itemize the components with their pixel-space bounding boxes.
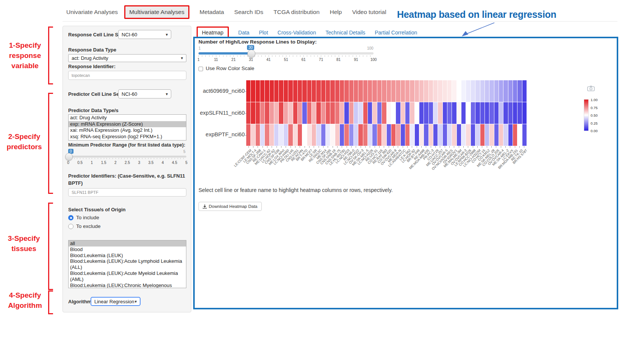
heatmap-cell-expBPTF_nci60-ov-ovcar-8[interactable] bbox=[391, 124, 395, 146]
heatmap-cell-expSLFN11_nci60-lc-nci-h522[interactable] bbox=[354, 102, 358, 124]
heatmap-cell-expSLFN11_nci60-le-sr[interactable] bbox=[312, 102, 316, 124]
heatmap-cell-act609699_nci60-re-caki-1[interactable] bbox=[260, 80, 264, 102]
heatmap-cell-expSLFN11_nci60-le-ccrf-cem[interactable] bbox=[246, 102, 250, 124]
heatmap-cell-act609699_nci60-re-786-0[interactable] bbox=[349, 80, 353, 102]
heatmap-cell-act609699_nci60-le-rpmi-8226[interactable] bbox=[466, 80, 470, 102]
heatmap-cell-expSLFN11_nci60-me-m14[interactable] bbox=[321, 102, 325, 124]
heatmap-cell-act609699_nci60-le-sr[interactable] bbox=[312, 80, 316, 102]
heatmap-cell-expSLFN11_nci60-cns-u251[interactable] bbox=[293, 102, 297, 124]
predictor-data-type-option-exp-mrna-expression-z-score[interactable]: exp: mRNA Expression (Z-Score) bbox=[69, 121, 186, 128]
heatmap-cell-act609699_nci60-re-achn[interactable] bbox=[298, 80, 302, 102]
heatmap-cell-act609699_nci60-le-hl-60-tb[interactable] bbox=[340, 80, 344, 102]
nav-item-univariate-analyses[interactable]: Univariate Analyses bbox=[66, 9, 118, 16]
heatmap-cell-expSLFN11_nci60-lc-hop-62[interactable] bbox=[270, 102, 274, 124]
heatmap-cell-expBPTF_nci60-lc-a549-atcc[interactable] bbox=[401, 124, 405, 146]
heatmap-cell-expSLFN11_nci60-re-a498[interactable] bbox=[419, 102, 424, 124]
heatmap-cell-expSLFN11_nci60-me-sk-mel-5[interactable] bbox=[363, 102, 367, 124]
response-cell-line-set-select[interactable]: NCI-60▾ bbox=[118, 30, 171, 39]
heatmap-cell-act609699_nci60-br-t-47d[interactable] bbox=[302, 80, 306, 102]
heatmap-cell-expSLFN11_nci60-cns-sf-539[interactable] bbox=[274, 102, 278, 124]
heatmap-cell-expBPTF_nci60-co-hct-15[interactable] bbox=[480, 124, 485, 146]
tab-partial-correlation[interactable]: Partial Correlation bbox=[375, 30, 417, 36]
heatmap-cell-act609699_nci60-ov-sk-ov-3[interactable] bbox=[358, 80, 363, 102]
heatmap-cell-expBPTF_nci60-ov-igrov1[interactable] bbox=[452, 124, 456, 146]
lines-slider-handle[interactable] bbox=[247, 50, 255, 58]
heatmap-cell-act609699_nci60-me-sk-mel-5[interactable] bbox=[363, 80, 367, 102]
tab-cross-validation[interactable]: Cross-Validation bbox=[278, 30, 316, 36]
predictor-cell-line-set-select[interactable]: NCI-60▾ bbox=[118, 89, 171, 98]
heatmap-cell-expBPTF_nci60-re-tk-10[interactable] bbox=[517, 124, 522, 146]
heatmap-row-label-expbptf-nci60[interactable]: expBPTF_nci60 bbox=[195, 131, 245, 137]
heatmap-cell-act609699_nci60-pr-du-145[interactable] bbox=[288, 80, 292, 102]
min-predictor-range-slider-handle[interactable] bbox=[65, 153, 73, 161]
heatmap-cell-act609699_nci60-co-sw-620[interactable] bbox=[387, 80, 391, 102]
heatmap-cell-expBPTF_nci60-lc-nci-h522[interactable] bbox=[354, 124, 358, 146]
heatmap-cell-expSLFN11_nci60-le-rpmi-8226[interactable] bbox=[466, 102, 470, 124]
heatmap-cell-expSLFN11_nci60-le-molt-4[interactable] bbox=[251, 102, 255, 124]
heatmap-cell-expBPTF_nci60-lc-nci-h322m[interactable] bbox=[475, 124, 480, 146]
camera-icon[interactable] bbox=[587, 85, 595, 91]
heatmap-cell-act609699_nci60-me-uacc-257[interactable] bbox=[438, 80, 442, 102]
heatmap-cell-expSLFN11_nci60-le-hl-60-tb[interactable] bbox=[340, 102, 344, 124]
heatmap-cell-expBPTF_nci60-le-molt-4[interactable] bbox=[251, 124, 255, 146]
heatmap-cell-act609699_nci60-me-lox-imvi[interactable] bbox=[279, 80, 283, 102]
heatmap-cell-act609699_nci60-le-molt-4[interactable] bbox=[251, 80, 255, 102]
tissue-option-blood-leukemia-leuk-acute-myeloid-leukem[interactable]: Blood:Leukemia (LEUK):Acute Myeloid Leuk… bbox=[69, 270, 186, 282]
heatmap-cell-expBPTF_nci60-ov-nci-adr-res[interactable] bbox=[447, 124, 452, 146]
heatmap-cell-act609699_nci60-re-uo-31[interactable] bbox=[372, 80, 377, 102]
heatmap-cell-expBPTF_nci60-co-hct-116[interactable] bbox=[377, 124, 381, 146]
tissue-listbox[interactable]: allBloodBlood:Leukemia (LEUK)Blood:Leuke… bbox=[68, 240, 186, 288]
tissue-option-all[interactable]: all bbox=[69, 240, 186, 247]
heatmap-cell-expSLFN11_nci60-br-hs-578t[interactable] bbox=[522, 102, 527, 124]
heatmap-cell-act609699_nci60-co-ht29[interactable] bbox=[433, 80, 438, 102]
heatmap-cell-expBPTF_nci60-me-uacc-62[interactable] bbox=[265, 124, 269, 146]
heatmap-cell-expSLFN11_nci60-br-bt-549[interactable] bbox=[415, 102, 419, 124]
heatmap-cell-expBPTF_nci60-me-sk-mel-28[interactable] bbox=[489, 124, 494, 146]
heatmap-cell-expSLFN11_nci60-lc-a549-atcc[interactable] bbox=[401, 102, 405, 124]
tissue-option-blood-leukemia-leuk-acute-lymphoid-leuke[interactable]: Blood:Leukemia (LEUK):Acute Lymphoid Leu… bbox=[69, 258, 186, 270]
heatmap-cell-expSLFN11_nci60-ov-nci-adr-res[interactable] bbox=[447, 102, 452, 124]
heatmap-cell-expBPTF_nci60-cns-u251[interactable] bbox=[293, 124, 297, 146]
tissue-option-blood[interactable]: Blood bbox=[69, 247, 186, 253]
heatmap-cell-expBPTF_nci60-me-sk-mel-2[interactable] bbox=[503, 124, 508, 146]
heatmap-cell-expBPTF_nci60-re-rxf-393[interactable] bbox=[382, 124, 386, 146]
heatmap-cell-expBPTF_nci60-co-colo-205[interactable] bbox=[494, 124, 499, 146]
heatmap-cell-expSLFN11_nci60-cns-sf-268[interactable] bbox=[256, 102, 260, 124]
heatmap-cell-act609699_nci60-me-sk-mel-2[interactable] bbox=[503, 80, 508, 102]
heatmap-cell-expBPTF_nci60-br-hs-578t[interactable] bbox=[522, 124, 527, 146]
download-heatmap-data-button[interactable]: Download Heatmap Data bbox=[199, 202, 262, 211]
predictor-identifiers-input[interactable]: SLFN11 BPTF bbox=[68, 188, 186, 197]
heatmap-cell-act609699_nci60-lc-nci-h460[interactable] bbox=[284, 80, 288, 102]
heatmap-cell-expSLFN11_nci60-ov-ovcar-8[interactable] bbox=[391, 102, 395, 124]
nav-item-help[interactable]: Help bbox=[330, 9, 342, 16]
heatmap-cell-expBPTF_nci60-ov-ovcar-3[interactable] bbox=[461, 124, 466, 146]
heatmap-cell-expSLFN11_nci60-ov-ovcar-3[interactable] bbox=[461, 102, 466, 124]
heatmap-cell-expSLFN11_nci60-co-sw-620[interactable] bbox=[387, 102, 391, 124]
heatmap-row-label-act609699-nci60[interactable]: act609699_nci60 bbox=[195, 88, 245, 94]
heatmap-cell-act609699_nci60-re-tk-10[interactable] bbox=[517, 80, 522, 102]
heatmap-cell-expBPTF_nci60-le-k-562[interactable] bbox=[405, 124, 410, 146]
predictor-data-types-listbox[interactable]: act: Drug Activityexp: mRNA Expression (… bbox=[68, 114, 186, 140]
heatmap-cell-act609699_nci60-ov-ovcar-4[interactable] bbox=[499, 80, 503, 102]
heatmap-cell-act609699_nci60-me-mda-n[interactable] bbox=[396, 80, 400, 102]
heatmap-cell-act609699_nci60-lc-nci-h226[interactable] bbox=[368, 80, 372, 102]
heatmap-cell-expSLFN11_nci60-me-uacc-62[interactable] bbox=[265, 102, 269, 124]
heatmap-cell-act609699_nci60-lc-nci-h522[interactable] bbox=[354, 80, 358, 102]
heatmap-cell-act609699_nci60-re-a498[interactable] bbox=[419, 80, 424, 102]
heatmap-cell-expBPTF_nci60-co-ht29[interactable] bbox=[433, 124, 438, 146]
heatmap-cell-expSLFN11_nci60-pr-du-145[interactable] bbox=[288, 102, 292, 124]
heatmap-cell-act609699_nci60-ov-ovcar-3[interactable] bbox=[461, 80, 466, 102]
heatmap-cell-expBPTF_nci60-br-mda-mb-231[interactable] bbox=[513, 124, 517, 146]
heatmap-cell-expBPTF_nci60-lc-hop-62[interactable] bbox=[270, 124, 274, 146]
heatmap-cell-expSLFN11_nci60-lc-ekvx[interactable] bbox=[508, 102, 513, 124]
heatmap-cell-expBPTF_nci60-re-sn12c[interactable] bbox=[316, 124, 320, 146]
heatmap-cell-act609699_nci60-ov-igrov1[interactable] bbox=[452, 80, 456, 102]
predictor-data-type-option-xai-mrna-expression-avg-log2-int[interactable]: xai: mRNA Expression (Avg. log2 Int.) bbox=[69, 127, 186, 134]
predictor-data-type-option-xsq-rna-seq-expression-log2-fpkm-1[interactable]: xsq: RNA-seq Expression (log2 FPKM+1.) bbox=[69, 134, 186, 140]
heatmap-cell-expSLFN11_nci60-lc-nci-h226[interactable] bbox=[368, 102, 372, 124]
heatmap-cell-expSLFN11_nci60-br-mcf7[interactable] bbox=[307, 102, 311, 124]
heatmap-cell-expBPTF_nci60-lc-hop-92[interactable] bbox=[410, 124, 414, 146]
heatmap-cell-expSLFN11_nci60-me-sk-mel-28[interactable] bbox=[489, 102, 494, 124]
heatmap-cell-expBPTF_nci60-re-a498[interactable] bbox=[419, 124, 424, 146]
heatmap-cell-expBPTF_nci60-le-rpmi-8226[interactable] bbox=[466, 124, 470, 146]
